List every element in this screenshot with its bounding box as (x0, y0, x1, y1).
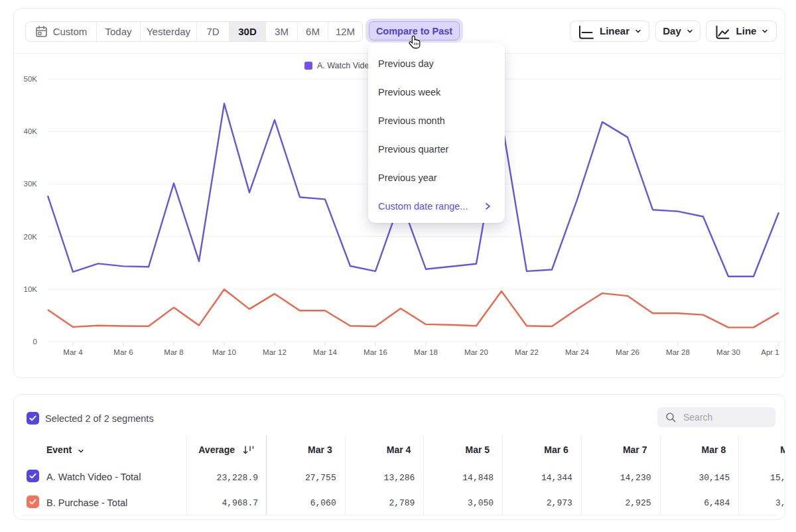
svg-text:0: 0 (33, 338, 37, 346)
svg-text:Mar 30: Mar 30 (716, 348, 740, 356)
svg-text:Mar 22: Mar 22 (515, 348, 539, 356)
svg-text:40K: 40K (24, 127, 38, 135)
svg-text:Mar 28: Mar 28 (666, 348, 690, 356)
svg-text:Mar 14: Mar 14 (313, 348, 337, 356)
svg-text:Mar 18: Mar 18 (414, 348, 438, 356)
svg-text:20K: 20K (24, 233, 38, 241)
svg-text:Mar 4: Mar 4 (63, 348, 83, 356)
svg-text:Mar 8: Mar 8 (164, 348, 183, 356)
svg-text:Apr 1: Apr 1 (761, 348, 779, 356)
svg-text:Mar 16: Mar 16 (364, 348, 387, 356)
svg-text:Mar 12: Mar 12 (263, 348, 287, 356)
svg-text:Mar 24: Mar 24 (565, 348, 589, 356)
svg-text:10K: 10K (24, 285, 38, 293)
svg-text:50K: 50K (24, 75, 38, 83)
svg-text:30K: 30K (24, 180, 38, 188)
svg-text:Mar 20: Mar 20 (464, 348, 488, 356)
svg-text:Mar 6: Mar 6 (113, 348, 133, 356)
svg-text:Mar 26: Mar 26 (616, 348, 639, 356)
svg-text:Mar 10: Mar 10 (212, 348, 236, 356)
